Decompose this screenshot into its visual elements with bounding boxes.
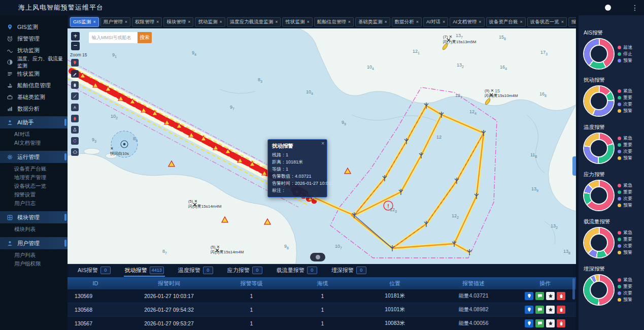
close-icon[interactable]	[561, 19, 564, 24]
zoom-in-button[interactable]: +	[71, 32, 80, 41]
tab[interactable]: 设备状态一览	[527, 17, 567, 27]
tab[interactable]: 设备资产台账	[486, 17, 526, 27]
cell-description: 能量4.00056	[433, 320, 514, 327]
tab[interactable]: 报警设置	[568, 17, 576, 27]
favorite-button[interactable]	[546, 319, 555, 327]
close-icon[interactable]	[275, 19, 278, 24]
more-menu-icon[interactable]: ⋮	[631, 4, 639, 12]
sidebar-item-gis[interactable]: GIS监测	[0, 21, 67, 33]
drop-pin-tool[interactable]	[71, 59, 79, 67]
comment-button[interactable]	[535, 319, 544, 327]
close-icon[interactable]	[443, 19, 445, 24]
cell-id: 130567	[67, 320, 123, 326]
tab[interactable]: 权限管理	[132, 17, 162, 27]
sidebar-group-ai[interactable]: AI助手	[0, 116, 67, 128]
locate-button[interactable]	[525, 292, 533, 300]
sidebar-subitem[interactable]: 用户日志	[0, 199, 67, 208]
sidebar-subitem[interactable]: 地理资产管理	[0, 173, 67, 182]
close-icon[interactable]	[125, 19, 127, 24]
gis-map[interactable]: ! 91 94 83 102 93 89 97 104	[67, 28, 576, 264]
close-icon[interactable]	[385, 19, 387, 24]
close-icon[interactable]	[479, 19, 481, 24]
table-row[interactable]: 130567 2026-01-27 09:53:27 1 1 10083米 能量…	[67, 317, 576, 330]
tab[interactable]: 扰动监测	[195, 17, 225, 27]
delete-button[interactable]	[557, 292, 565, 300]
tab[interactable]: 模块管理	[163, 17, 193, 27]
map-cluster-marker[interactable]	[310, 253, 325, 261]
sidebar-subitem[interactable]: 设备资产台账	[0, 164, 67, 173]
locate-button[interactable]	[525, 306, 533, 314]
tab[interactable]: 用户管理	[100, 17, 130, 27]
sidebar-subitem[interactable]: 报警设置	[0, 190, 67, 199]
sidebar-group-operation[interactable]: 运行管理	[0, 151, 67, 163]
delete-button[interactable]	[557, 306, 565, 314]
comment-button[interactable]	[535, 292, 544, 300]
panel-collapse-handle[interactable]	[572, 156, 576, 176]
zoom-out-button[interactable]: −	[71, 42, 80, 50]
alarm-tab[interactable]: 温度报警 0	[177, 265, 214, 276]
sidebar-group-label: 用户管理	[17, 240, 40, 247]
search-button[interactable]: 搜索	[138, 32, 152, 43]
tab[interactable]: 温度应力载流量监测	[227, 17, 281, 27]
marker-tool[interactable]	[71, 126, 79, 134]
delete-button[interactable]	[557, 319, 565, 327]
tab[interactable]: 数据分析	[392, 17, 422, 27]
tab[interactable]: AI对话	[423, 17, 448, 27]
favorite-button[interactable]	[546, 306, 555, 314]
close-icon[interactable]	[307, 19, 309, 24]
comment-button[interactable]	[535, 306, 544, 314]
measure-tool[interactable]	[71, 92, 79, 100]
sidebar-item-alarm-mgmt[interactable]: 报警管理	[0, 33, 67, 45]
search-input[interactable]	[89, 32, 138, 43]
alarm-layer-tool[interactable]	[71, 115, 79, 122]
close-icon[interactable]	[188, 19, 190, 24]
tab[interactable]: AI文档管理	[450, 17, 484, 27]
label-tool[interactable]: A	[71, 104, 79, 111]
alarm-tab[interactable]: 应力报警 0	[226, 265, 263, 276]
basemap-tool[interactable]	[71, 148, 79, 156]
sidebar-item-base-monitor[interactable]: 基础类监测	[0, 91, 67, 103]
close-icon[interactable]	[93, 19, 95, 24]
close-icon[interactable]	[321, 141, 324, 146]
erase-tool[interactable]	[71, 81, 79, 89]
draw-tool[interactable]	[71, 70, 79, 78]
alarm-tab[interactable]: AIS报警 0	[77, 265, 112, 276]
close-icon[interactable]	[416, 19, 419, 24]
alarm-tab[interactable]: 扰动报警 4413	[124, 265, 165, 276]
cell-id: 130569	[67, 293, 123, 299]
sidebar-subitem[interactable]: 模块列表	[0, 225, 67, 234]
close-icon[interactable]	[156, 19, 159, 24]
tab-label: 船舶信息管理	[317, 19, 346, 25]
tab[interactable]: 船舶信息管理	[314, 17, 354, 27]
sidebar-item-ship-info[interactable]: 船舶信息管理	[0, 80, 67, 91]
sidebar-subitem[interactable]: 用户组权限	[0, 259, 67, 268]
table-scrollbar[interactable]	[572, 278, 575, 300]
contrast-icon	[7, 59, 13, 65]
alarm-tab[interactable]: 埋深报警 0	[330, 265, 367, 276]
tab[interactable]: 基础类监测	[355, 17, 390, 27]
tab[interactable]: GIS监测	[70, 17, 99, 27]
sidebar-item-data-analysis[interactable]: 数据分析	[0, 103, 67, 115]
favorite-button[interactable]	[546, 292, 555, 300]
user-avatar-dot[interactable]	[605, 5, 611, 11]
sidebar-subitem[interactable]: 用户列表	[0, 251, 67, 259]
table-row[interactable]: 130568 2026-01-27 09:54:32 1 1 10101米 能量…	[67, 303, 576, 317]
sidebar-subitem[interactable]: AI对话	[0, 130, 67, 139]
refresh-tool[interactable]	[71, 137, 79, 145]
sidebar-subitem[interactable]: AI文档管理	[0, 139, 67, 147]
sidebar-item-temp-stress[interactable]: 温度、应力、载流量监测	[0, 56, 67, 68]
close-icon[interactable]	[219, 19, 222, 24]
alarm-tab[interactable]: 载流量报警 0	[276, 265, 318, 276]
sidebar-item-shape[interactable]: 性状监测	[0, 68, 67, 80]
close-icon[interactable]	[520, 19, 523, 24]
alarm-tabs: AIS报警 0 扰动报警 4413 温度报警 0 应力报警 0 载流量报警 0	[67, 264, 576, 276]
table-row[interactable]: 130569 2026-01-27 10:03:17 1 1 10181米 能量…	[67, 289, 576, 303]
cell-cable: 1	[288, 307, 357, 313]
close-icon[interactable]	[348, 19, 351, 24]
sidebar-subitem[interactable]: 设备状态一览	[0, 182, 67, 190]
sidebar-group-user[interactable]: 用户管理	[0, 237, 67, 249]
sidebar-group-module[interactable]: 模块管理	[0, 211, 67, 223]
locate-button[interactable]	[525, 319, 533, 327]
tab[interactable]: 性状监测	[282, 17, 312, 27]
donut-hole	[590, 45, 608, 63]
